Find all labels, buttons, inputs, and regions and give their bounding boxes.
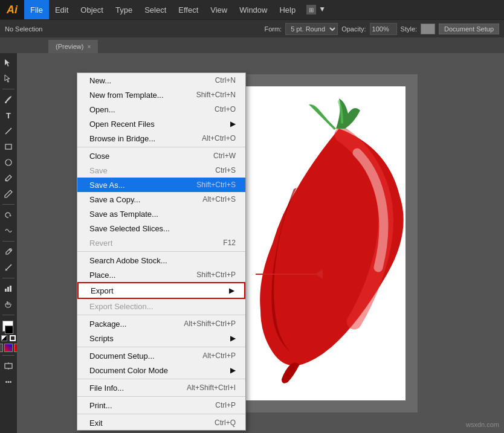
- main-layout: T: [0, 53, 504, 433]
- menu-color-mode-arrow: ▶: [230, 366, 236, 374]
- gradient-box[interactable]: [4, 344, 13, 352]
- svg-rect-9: [7, 287, 9, 292]
- sep-4: [77, 347, 245, 347]
- menu-doc-setup-shortcut: Alt+Ctrl+P: [202, 351, 236, 360]
- menu-file-info[interactable]: File Info... Alt+Shift+Ctrl+I: [77, 380, 245, 395]
- menu-close-label: Close: [89, 152, 109, 161]
- tool-artboard[interactable]: [1, 359, 16, 373]
- menu-edit[interactable]: Edit: [49, 0, 74, 19]
- menu-new[interactable]: New... Ctrl+N: [77, 73, 245, 88]
- tool-pencil[interactable]: [1, 187, 16, 201]
- menu-export-label: Export: [91, 286, 114, 295]
- menu-place[interactable]: Place... Shift+Ctrl+P: [77, 268, 245, 282]
- tab-label: (Preview): [56, 43, 83, 50]
- menu-open[interactable]: Open... Ctrl+O: [77, 102, 245, 117]
- menu-new-label: New...: [89, 76, 111, 85]
- watermark: wsxdn.com: [466, 421, 499, 428]
- brush-select[interactable]: 5 pt. Round: [285, 23, 338, 35]
- menu-doc-setup[interactable]: Document Setup... Alt+Ctrl+P: [77, 348, 245, 363]
- tool-more[interactable]: •••: [1, 374, 16, 389]
- stroke-color-box[interactable]: [5, 326, 13, 334]
- swap-colors-icon[interactable]: [10, 335, 16, 341]
- menu-bridge-label: Browse in Bridge...: [89, 134, 155, 143]
- menu-new-template[interactable]: New from Template... Shift+Ctrl+N: [77, 88, 245, 102]
- menu-export-selection[interactable]: Export Selection...: [77, 299, 245, 313]
- tool-ellipse[interactable]: [1, 155, 16, 170]
- menu-save[interactable]: Save Ctrl+S: [77, 163, 245, 178]
- sep-1: [77, 147, 245, 147]
- menu-scripts[interactable]: Scripts ▶: [77, 331, 245, 345]
- tool-sep-5: [2, 315, 15, 315]
- tool-eyedropper[interactable]: [1, 245, 16, 259]
- tool-sep-4: [2, 278, 15, 278]
- tool-line[interactable]: [1, 124, 16, 138]
- svg-rect-2: [5, 144, 11, 149]
- menu-help[interactable]: Help: [273, 0, 302, 19]
- menu-file[interactable]: File: [24, 0, 49, 19]
- tool-measure[interactable]: [1, 260, 16, 275]
- workspace-icon[interactable]: ⊞: [306, 5, 316, 14]
- menu-place-label: Place...: [89, 271, 115, 280]
- menu-open-label: Open...: [89, 105, 115, 114]
- menu-window[interactable]: Window: [233, 0, 273, 19]
- menu-type[interactable]: Type: [109, 0, 138, 19]
- menu-items: File Edit Object Type Select Effect View…: [24, 0, 326, 19]
- menu-export[interactable]: Export ▶: [79, 283, 244, 298]
- tool-brush[interactable]: [1, 171, 16, 185]
- none-color-box[interactable]: [0, 344, 3, 352]
- menu-close-shortcut: Ctrl+W: [213, 152, 236, 160]
- document-tab[interactable]: (Preview) ×: [48, 40, 98, 53]
- menu-print[interactable]: Print... Ctrl+P: [77, 398, 245, 412]
- document-setup-button[interactable]: Document Setup: [439, 24, 499, 34]
- menu-scripts-label: Scripts: [89, 334, 114, 343]
- menu-save-as-shortcut: Shift+Ctrl+S: [196, 181, 236, 189]
- menu-revert[interactable]: Revert F12: [77, 236, 245, 250]
- menu-save-copy-label: Save a Copy...: [89, 195, 140, 204]
- menu-exit-label: Exit: [89, 419, 103, 428]
- menu-effect[interactable]: Effect: [172, 0, 204, 19]
- tool-type[interactable]: T: [1, 108, 16, 123]
- opacity-input[interactable]: [370, 23, 397, 35]
- menu-open-recent[interactable]: Open Recent Files ▶: [77, 117, 245, 131]
- menu-save-as-label: Save As...: [89, 181, 125, 190]
- tool-sep-6: [2, 355, 15, 356]
- menu-file-info-label: File Info...: [89, 383, 124, 393]
- menu-exit[interactable]: Exit Ctrl+Q: [77, 415, 245, 430]
- tab-close-button[interactable]: ×: [87, 43, 91, 50]
- menu-adobe-stock[interactable]: Search Adobe Stock...: [77, 253, 245, 268]
- menu-file-info-shortcut: Alt+Shift+Ctrl+I: [187, 383, 236, 392]
- menu-save-template-label: Save as Template...: [89, 210, 158, 219]
- menu-package-label: Package...: [89, 319, 126, 329]
- menu-save-template[interactable]: Save as Template...: [77, 207, 245, 221]
- file-dropdown-menu: New... Ctrl+N New from Template... Shift…: [77, 72, 246, 431]
- menu-select[interactable]: Select: [138, 0, 172, 19]
- sep-5: [77, 379, 245, 379]
- tool-warp[interactable]: [1, 223, 16, 238]
- tool-rotate[interactable]: [1, 208, 16, 222]
- menu-view[interactable]: View: [204, 0, 233, 19]
- menu-adobe-stock-label: Search Adobe Stock...: [89, 256, 167, 265]
- menu-object[interactable]: Object: [74, 0, 109, 19]
- opacity-label: Opacity:: [341, 25, 366, 33]
- menu-doc-setup-label: Document Setup...: [89, 351, 155, 361]
- tool-direct-select[interactable]: [1, 71, 16, 86]
- menu-save-copy[interactable]: Save a Copy... Alt+Ctrl+S: [77, 192, 245, 207]
- menu-save-copy-shortcut: Alt+Ctrl+S: [202, 195, 236, 204]
- tool-hand[interactable]: [1, 297, 16, 312]
- menu-new-template-label: New from Template...: [89, 91, 164, 100]
- menu-package[interactable]: Package... Alt+Shift+Ctrl+P: [77, 316, 245, 331]
- menu-save-slices[interactable]: Save Selected Slices...: [77, 221, 245, 236]
- menu-close[interactable]: Close Ctrl+W: [77, 149, 245, 163]
- arrow-head: [315, 269, 323, 279]
- menu-save-as[interactable]: Save As... Shift+Ctrl+S: [77, 178, 245, 192]
- menu-bridge[interactable]: Browse in Bridge... Alt+Ctrl+O: [77, 131, 245, 146]
- tool-select[interactable]: [1, 56, 16, 70]
- color-boxes[interactable]: [0, 321, 17, 340]
- tool-rect[interactable]: [1, 140, 16, 154]
- tool-pen[interactable]: [1, 92, 16, 107]
- tool-sep-3: [2, 241, 15, 242]
- default-colors-icon[interactable]: [1, 335, 7, 341]
- menu-print-label: Print...: [89, 401, 112, 410]
- menu-color-mode[interactable]: Document Color Mode ▶: [77, 363, 245, 377]
- tool-graph[interactable]: [1, 281, 16, 296]
